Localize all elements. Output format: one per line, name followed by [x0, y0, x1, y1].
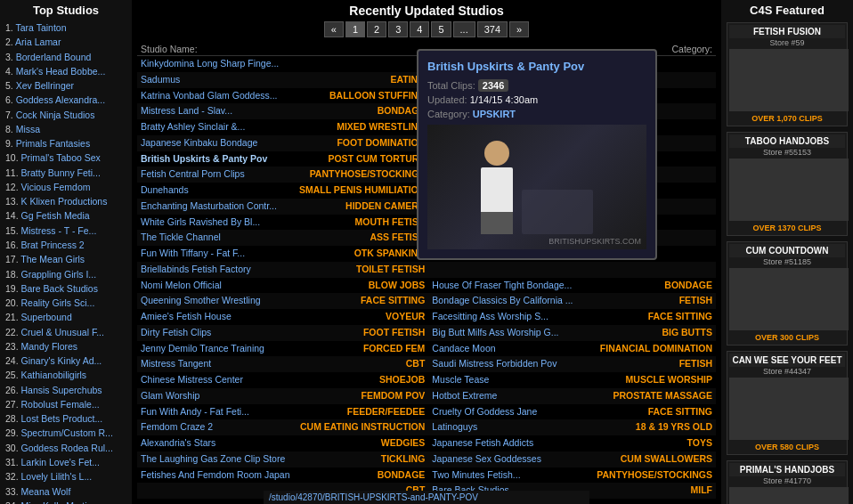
left-studio-link[interactable]: Spectrum/Custom R... — [21, 427, 113, 438]
studio-name2-link[interactable]: Japanese Fetish Addicts — [432, 437, 533, 448]
featured-card-image — [729, 268, 849, 330]
left-studio-link[interactable]: Miss Kelle Martina — [21, 500, 98, 504]
studio-category-cell: SHOEJOB — [296, 372, 428, 388]
left-studio-link[interactable]: Primal's Taboo Sex — [21, 152, 101, 163]
studio-name-link[interactable]: Amiee's Fetish House — [141, 311, 232, 321]
page-2-button[interactable]: 2 — [367, 21, 386, 37]
studio-name-link[interactable]: Bratty Ashley Sinclair &... — [141, 121, 245, 132]
prev-page-button[interactable]: « — [324, 21, 344, 37]
studio-category-cell: MOUTH FETISH — [296, 215, 428, 231]
left-studio-link[interactable]: Mistress - T - Fe... — [21, 225, 97, 236]
studio-name-link[interactable]: Mistress Land - Slav... — [141, 105, 232, 116]
studio-name2-link[interactable]: Saudi Mistress Forbidden Pov — [432, 358, 556, 369]
featured-card[interactable]: TABOO HANDJOBS Store #55153 OVER 1370 CL… — [727, 132, 848, 236]
featured-card[interactable]: PRIMAL'S HANDJOBS Store #41770 — [727, 460, 848, 504]
left-studio-link[interactable]: Mandy Flores — [21, 341, 78, 352]
studio-name2-link[interactable]: House Of Fraser Tight Bondage... — [432, 280, 572, 290]
studio-name-link[interactable]: Katrina Vonbad Glam Goddess... — [141, 90, 278, 101]
left-studio-link[interactable]: Grappling Girls I... — [21, 269, 97, 280]
studio-name2-link[interactable]: Japanese Sex Goddesses — [432, 453, 541, 464]
studio-name2-link[interactable]: Big Butt Milfs Ass Worship G... — [432, 327, 558, 337]
studio-name-link[interactable]: Fetish Central Porn Clips — [141, 168, 245, 179]
studio-name-link[interactable]: Glam Worship — [141, 390, 199, 401]
studio-name-link[interactable]: Kinkydomina Long Sharp Finge... — [141, 58, 279, 69]
left-studio-link[interactable]: Mark's Head Bobbe... — [16, 66, 106, 77]
left-studio-link[interactable]: Bare Back Studios — [21, 283, 98, 294]
studio-name-link[interactable]: Nomi Melon Official — [141, 280, 222, 290]
studio-name-link[interactable]: Dirty Fetish Clips — [141, 327, 211, 337]
studio-name-link[interactable]: The Tickle Channel — [141, 232, 221, 242]
next-page-button[interactable]: » — [509, 21, 529, 37]
studio-category2-cell: PANTYHOSE/STOCKINGS — [593, 467, 716, 484]
featured-card[interactable]: CAN WE SEE YOUR FEET Store #44347 OVER 5… — [727, 351, 848, 455]
left-studio-link[interactable]: Hansis Superchubs — [21, 385, 102, 395]
studio-name-link[interactable]: Dunehands — [141, 184, 189, 195]
left-studio-link[interactable]: The Mean Girls — [20, 254, 85, 264]
left-studio-link[interactable]: Lost Bets Product... — [21, 413, 103, 424]
studio-name-link[interactable]: British Upskirts & Panty Pov — [141, 153, 267, 164]
studio-name-link[interactable]: Femdom Craze 2 — [141, 421, 213, 432]
featured-card[interactable]: FETISH FUSION Store #59 OVER 1,070 CLIPS — [727, 22, 848, 126]
page-1-button[interactable]: 1 — [345, 21, 365, 37]
studio-name2-link[interactable]: Facesitting Ass Worship S... — [432, 311, 548, 321]
studio-name-link[interactable]: Fetishes And Femdom Room Japan — [141, 469, 290, 480]
featured-card-image — [729, 49, 849, 111]
page-374-button[interactable]: 374 — [477, 21, 508, 37]
col-studio-name: Studio Name: — [137, 43, 296, 56]
left-studio-link[interactable]: Missa — [16, 124, 40, 134]
studio-name-link[interactable]: Chinese Mistress Center — [141, 374, 243, 385]
studio-name-link[interactable]: Alexandria's Stars — [141, 437, 215, 448]
left-studio-link[interactable]: Superbound — [21, 312, 72, 322]
left-studio-item: 31. Larkin Love's Fet... — [5, 455, 126, 469]
studio-name-link[interactable]: Briellabinds Fetish Factory — [141, 264, 251, 274]
left-studio-link[interactable]: Goddess Rodea Rul... — [21, 443, 113, 453]
studio-name-link[interactable]: White Girls Ravished By Bl... — [141, 216, 260, 227]
studio-name-link[interactable]: Sadumus — [141, 74, 180, 85]
studio-name-link[interactable]: Fun With Tiffany - Fat F... — [141, 248, 245, 258]
studio-name2-link[interactable]: Candace Moon — [432, 343, 495, 354]
page-5-button[interactable]: 5 — [431, 21, 451, 37]
popup-category-value[interactable]: UPSKIRT — [473, 109, 516, 119]
left-studio-link[interactable]: Brat Princess 2 — [21, 240, 85, 250]
studio-name-cell: Chinese Mistress Center — [137, 372, 296, 388]
left-studio-link[interactable]: Vicious Femdom — [21, 182, 91, 192]
studio-name-link[interactable]: Queening Smother Wrestling — [141, 295, 261, 305]
featured-card[interactable]: CUM COUNTDOWN Store #51185 OVER 300 CLIP… — [727, 241, 848, 345]
left-studio-link[interactable]: Ginary's Kinky Ad... — [21, 355, 102, 366]
studio-name-link[interactable]: Jenny Demilo Trance Training — [141, 343, 264, 354]
left-studio-item: 13. K Klixen Productions — [5, 194, 126, 208]
left-studio-link[interactable]: Kathianobiligirls — [21, 370, 87, 380]
studio-name-cell: British Upskirts & Panty Pov — [137, 151, 296, 167]
left-studio-link[interactable]: Cock Ninja Studios — [16, 110, 95, 120]
table-row: Mistress TangentCBTSaudi Mistress Forbid… — [137, 356, 716, 372]
studio-name-link[interactable]: Mistress Tangent — [141, 358, 211, 369]
page-4-button[interactable]: 4 — [410, 21, 429, 37]
left-studio-link[interactable]: Borderland Bound — [16, 52, 92, 62]
left-studio-link[interactable]: Meana Wolf — [21, 486, 71, 497]
studio-name2-link[interactable]: Cruelty Of Goddess Jane — [432, 406, 537, 417]
left-studio-link[interactable]: Goddess Alexandra... — [16, 94, 105, 105]
left-studio-link[interactable]: Larkin Love's Fet... — [21, 457, 100, 467]
left-studio-link[interactable]: Bratty Bunny Feti... — [21, 167, 101, 178]
studio-name2-link[interactable]: Hotbot Extreme — [432, 390, 497, 401]
left-studio-link[interactable]: Robolust Female... — [21, 399, 100, 410]
left-studio-link[interactable]: Aria Lamar — [15, 37, 61, 47]
studio-name2-link[interactable]: Two Minutes Fetish... — [432, 469, 520, 480]
studio-name-link[interactable]: Enchanting Masturbation Contr... — [141, 200, 277, 211]
studio-name-link[interactable]: Japanese Kinbaku Bondage — [141, 137, 257, 148]
left-studio-link[interactable]: Reality Girls Sci... — [21, 297, 95, 308]
page-3-button[interactable]: 3 — [388, 21, 408, 37]
left-studio-item: 21. Superbound — [5, 310, 126, 324]
studio-name2-link[interactable]: Latinoguys — [432, 421, 477, 432]
left-studio-link[interactable]: Primals Fantasies — [16, 138, 90, 149]
studio-name-link[interactable]: Fun With Andy - Fat Feti... — [141, 406, 249, 417]
left-studio-link[interactable]: Tara Tainton — [15, 22, 66, 33]
studio-name2-link[interactable]: Muscle Tease — [432, 374, 489, 385]
studio-name2-link[interactable]: Bondage Classics By California ... — [432, 295, 573, 305]
left-studio-link[interactable]: Cruel & Unusual F... — [21, 327, 104, 337]
studio-name-link[interactable]: The Laughing Gas Zone Clip Store — [141, 453, 285, 464]
left-studio-link[interactable]: Xev Bellringer — [16, 80, 74, 91]
left-studio-link[interactable]: K Klixen Productions — [21, 196, 108, 207]
left-studio-link[interactable]: Lovely Lilith's L... — [21, 471, 93, 482]
left-studio-link[interactable]: Gg Fetish Media — [21, 210, 90, 221]
